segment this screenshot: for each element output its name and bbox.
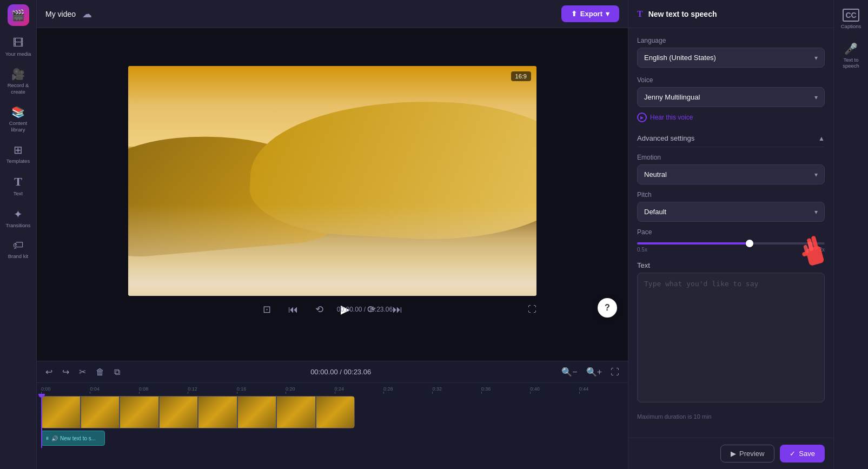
right-panel-header: T New text to speech xyxy=(628,0,833,28)
language-chevron-icon: ▾ xyxy=(814,54,818,62)
tts-clip-icon: 🔊 xyxy=(51,435,58,441)
hear-voice-button[interactable]: ▶ Hear this voice xyxy=(637,111,693,123)
voice-label: Voice xyxy=(637,76,825,84)
max-duration-note: Maximum duration is 10 min xyxy=(637,413,825,420)
timecode-display: 00:00.00 / 00:23.06 xyxy=(337,306,393,313)
sidebar-item-record-create[interactable]: 🎥 Record & create xyxy=(2,63,35,99)
sidebar-item-transitions[interactable]: ✦ Transitions xyxy=(2,203,35,233)
export-button[interactable]: ⬆ Export ▾ xyxy=(561,5,619,22)
undo-button[interactable]: ↩ xyxy=(43,365,55,379)
sidebar-item-label-record: Record & create xyxy=(4,82,32,95)
ruler-mark-2: 0:08 xyxy=(139,386,188,394)
tts-sidebar-item[interactable]: 🎤 Text to speech xyxy=(835,38,867,73)
tts-sidebar-icon: 🎤 xyxy=(844,42,858,55)
voice-chevron-icon: ▾ xyxy=(814,94,818,101)
right-panel-content: Language English (United States) ▾ Voice… xyxy=(628,28,833,438)
text-icon: T xyxy=(14,175,22,189)
preview-button[interactable]: ▶ Preview xyxy=(720,445,774,463)
advanced-settings-chevron-icon: ▲ xyxy=(818,135,825,142)
your-media-icon: 🎞 xyxy=(13,37,24,49)
sidebar-item-templates[interactable]: ⊞ Templates xyxy=(2,139,35,168)
video-thumb-3 xyxy=(120,396,159,428)
advanced-settings-label: Advanced settings xyxy=(637,134,694,142)
sidebar-item-label-your-media: Your media xyxy=(5,51,31,57)
timeline-tracks: ⏸ 🔊 New text to s... xyxy=(37,394,628,448)
language-value: English (United States) xyxy=(644,54,716,62)
video-clip[interactable] xyxy=(41,396,355,428)
ruler-mark-1: 0:04 xyxy=(90,386,138,394)
video-thumb-4 xyxy=(159,396,198,428)
duplicate-button[interactable]: ⧉ xyxy=(112,365,122,379)
voice-section: Voice Jenny Multilingual ▾ ▶ Hear this v… xyxy=(637,76,825,123)
text-input[interactable] xyxy=(637,273,825,402)
pace-labels: 0.5x 2x xyxy=(637,247,825,253)
export-chevron-icon: ▾ xyxy=(606,10,609,18)
pitch-dropdown[interactable]: Default ▾ xyxy=(637,202,825,222)
language-dropdown[interactable]: English (United States) ▾ xyxy=(637,48,825,68)
tts-clip[interactable]: ⏸ 🔊 New text to s... xyxy=(41,431,105,446)
redo-button[interactable]: ↪ xyxy=(60,365,71,379)
pace-slider-thumb[interactable] xyxy=(746,240,753,247)
preview-label: Preview xyxy=(739,450,764,458)
logo-icon: 🎬 xyxy=(11,9,25,22)
voice-value: Jenny Multilingual xyxy=(644,93,700,101)
tts-clip-label: New text to s... xyxy=(60,435,96,441)
delete-button[interactable]: 🗑 xyxy=(94,365,107,379)
emotion-chevron-icon: ▾ xyxy=(814,171,818,179)
project-title: My video xyxy=(45,10,76,18)
tts-pause-icon: ⏸ xyxy=(45,436,49,441)
ruler-mark-4: 0:16 xyxy=(237,386,286,394)
emotion-section: Emotion Neutral ▾ xyxy=(637,154,825,184)
export-label: Export xyxy=(580,10,602,18)
tts-panel-icon: T xyxy=(637,9,643,19)
voice-dropdown[interactable]: Jenny Multilingual ▾ xyxy=(637,87,825,107)
emotion-label: Emotion xyxy=(637,154,825,161)
ruler-mark-0: 0:00 xyxy=(41,386,90,394)
sidebar-item-brand[interactable]: 🏷 Brand kit xyxy=(2,235,35,263)
sidebar-item-label-text: Text xyxy=(14,190,23,196)
pace-label: Pace xyxy=(637,228,825,236)
captions-item[interactable]: CC Captions xyxy=(835,4,867,34)
ruler-mark-5: 0:20 xyxy=(286,386,334,394)
zoom-out-button[interactable]: 🔍− xyxy=(559,365,579,379)
zoom-in-button[interactable]: 🔍+ xyxy=(584,365,604,379)
export-icon: ⬆ xyxy=(571,10,577,18)
video-thumb-1 xyxy=(41,396,81,428)
video-track xyxy=(41,396,624,428)
fog-layer xyxy=(128,204,536,296)
ruler-mark-8: 0:32 xyxy=(432,386,481,394)
sidebar-item-content-library[interactable]: 📚 Content library xyxy=(2,101,35,137)
save-button[interactable]: ✓ Save xyxy=(780,445,825,463)
video-thumb-5 xyxy=(198,396,237,428)
emotion-dropdown[interactable]: Neutral ▾ xyxy=(637,164,825,184)
ruler-mark-3: 0:12 xyxy=(188,386,236,394)
sidebar-item-label-brand: Brand kit xyxy=(8,253,29,259)
sidebar-item-label-transitions: Transitions xyxy=(5,222,30,228)
pitch-label: Pitch xyxy=(637,191,825,199)
ruler-mark-7: 0:28 xyxy=(383,386,432,394)
aspect-ratio-badge: 16:9 xyxy=(511,71,531,81)
fullscreen-button[interactable]: ⛶ xyxy=(528,305,536,314)
advanced-settings-toggle[interactable]: Advanced settings ▲ xyxy=(637,132,825,144)
sidebar-item-text[interactable]: T Text xyxy=(2,170,35,201)
language-label: Language xyxy=(637,37,825,44)
pitch-chevron-icon: ▾ xyxy=(814,208,818,216)
timeline-ruler: 0:00 0:04 0:08 0:12 0:16 0:20 0:24 0:28 … xyxy=(37,383,628,394)
sidebar-item-your-media[interactable]: 🎞 Your media xyxy=(2,32,35,61)
caption-toggle-button[interactable]: ⊡ xyxy=(259,301,275,318)
help-button[interactable]: ? xyxy=(598,298,617,318)
right-panel: T New text to speech Language English (U… xyxy=(628,0,833,469)
timeline-playhead[interactable] xyxy=(41,394,42,448)
emotion-value: Neutral xyxy=(644,170,667,179)
save-check-icon: ✓ xyxy=(790,450,796,458)
section-divider xyxy=(637,147,825,147)
pace-min-label: 0.5x xyxy=(637,247,647,253)
skip-back-button[interactable]: ⏮ xyxy=(284,302,302,318)
cut-button[interactable]: ✂ xyxy=(77,365,88,379)
fit-timeline-button[interactable]: ⛶ xyxy=(608,365,621,379)
rewind-button[interactable]: ⟲ xyxy=(311,301,328,318)
hear-voice-label: Hear this voice xyxy=(650,114,693,121)
timeline-timecode: 00:00.00 / 00:23.06 xyxy=(128,368,554,376)
ruler-mark-6: 0:24 xyxy=(335,386,383,394)
sidebar: 🎬 🎞 Your media 🎥 Record & create 📚 Conte… xyxy=(0,0,37,469)
